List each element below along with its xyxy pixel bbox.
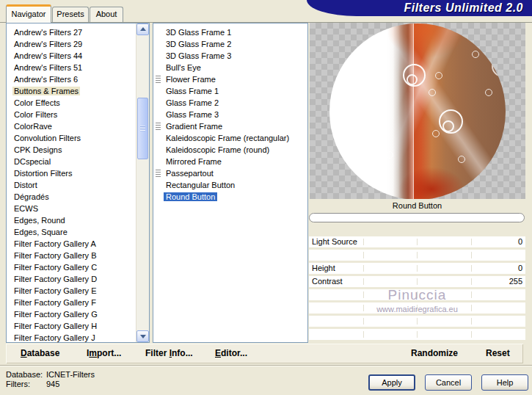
category-item[interactable]: Filter Factory Gallery F: [7, 297, 149, 308]
category-scrollbar[interactable]: [136, 23, 149, 342]
apply-button[interactable]: Apply: [368, 374, 415, 391]
notes-icon: [156, 170, 161, 177]
import-button[interactable]: Import...: [87, 344, 121, 363]
slider-height[interactable]: Height 0: [309, 263, 525, 274]
filter-item[interactable]: 3D Glass Frame 2: [153, 38, 307, 50]
category-item[interactable]: Color Filters: [7, 109, 149, 120]
cancel-button[interactable]: Cancel: [425, 374, 472, 391]
filters-count-label: Filters:: [6, 380, 30, 388]
filter-info-button[interactable]: Filter Info...: [145, 344, 193, 363]
filter-item[interactable]: Mirrored Frame: [153, 156, 307, 167]
category-item[interactable]: Filter Factory Gallery C: [7, 261, 149, 273]
tab-about[interactable]: About: [90, 7, 123, 22]
notes-icon: [156, 76, 161, 83]
divider: [0, 365, 532, 366]
category-item[interactable]: Filter Factory Gallery A: [7, 238, 149, 250]
scroll-down-icon: [140, 335, 146, 338]
filter-item[interactable]: Glass Frame 1: [153, 85, 307, 97]
category-item[interactable]: Color Effects: [7, 97, 149, 109]
category-list: Andrew's Filters 27 Andrew's Filters 29 …: [6, 23, 150, 343]
category-item[interactable]: ECWS: [7, 203, 149, 214]
slider-contrast[interactable]: Contrast 255: [309, 276, 525, 287]
round-button-preview-image: [329, 23, 506, 199]
category-item[interactable]: Filter Factory Gallery G: [7, 308, 149, 320]
category-item[interactable]: Andrew's Filters 27: [7, 26, 149, 38]
watermark-url: www.maidiregrafica.eu: [309, 305, 525, 314]
slider-empty-row[interactable]: [309, 250, 525, 261]
filter-list: 3D Glass Frame 1 3D Glass Frame 2 3D Gla…: [153, 23, 308, 343]
scroll-down-button[interactable]: [136, 330, 149, 342]
filter-item[interactable]: 3D Glass Frame 3: [153, 50, 307, 62]
notes-icon: [156, 123, 161, 130]
category-item[interactable]: Filter Factory Gallery D: [7, 273, 149, 285]
filter-item[interactable]: Bull's Eye: [153, 62, 307, 73]
category-item[interactable]: Distortion Filters: [7, 167, 149, 179]
filter-item[interactable]: Gradient Frame: [153, 120, 307, 132]
help-button[interactable]: Help: [481, 374, 528, 391]
filter-item[interactable]: Kaleidoscopic Frame (round): [153, 144, 307, 156]
category-item[interactable]: DCspecial: [7, 156, 149, 167]
category-item[interactable]: Andrew's Filters 6: [7, 73, 149, 85]
slider-empty-row[interactable]: [309, 329, 525, 340]
slider-light-source[interactable]: Light Source 0: [309, 236, 525, 247]
bubble-graphic: [386, 151, 393, 159]
filter-item[interactable]: 3D Glass Frame 1: [153, 26, 307, 38]
command-bar: Database Import... Filter Info... Editor…: [6, 344, 523, 363]
category-item[interactable]: Andrew's Filters 29: [7, 38, 149, 50]
database-button[interactable]: Database: [21, 344, 59, 363]
filter-item-selected[interactable]: Round Button: [153, 191, 307, 203]
database-status-value: ICNET-Filters: [46, 370, 95, 379]
bubble-graphic: [432, 130, 440, 137]
scrollbar-thumb[interactable]: [137, 98, 148, 159]
filter-item[interactable]: Rectangular Button: [153, 179, 307, 191]
tab-navigator[interactable]: Navigator: [6, 4, 51, 23]
bubble-graphic: [439, 109, 463, 134]
category-item[interactable]: Edges, Round: [7, 214, 149, 226]
filter-item[interactable]: Glass Frame 2: [153, 97, 307, 109]
filters-count-value: 945: [46, 380, 59, 388]
category-item[interactable]: Dégradés: [7, 191, 149, 203]
bubble-graphic: [472, 51, 479, 58]
database-status-label: Database:: [6, 370, 43, 379]
category-item[interactable]: Filter Factory Gallery J: [7, 332, 149, 343]
editor-button[interactable]: Editor...: [215, 344, 247, 363]
scroll-up-button[interactable]: [136, 23, 149, 35]
filter-preview: [310, 23, 525, 199]
slider-empty-row[interactable]: [309, 316, 525, 327]
scroll-up-icon: [140, 27, 146, 31]
bubble-graphic: [458, 156, 465, 163]
title-band: Filters Unlimited 2.0: [307, 0, 532, 16]
category-item[interactable]: Convolution Filters: [7, 132, 149, 144]
bubble-graphic: [485, 89, 492, 96]
filter-item[interactable]: Passepartout: [153, 167, 307, 179]
category-item[interactable]: Filter Factory Gallery H: [7, 320, 149, 332]
category-item[interactable]: Andrew's Filters 51: [7, 62, 149, 73]
category-item[interactable]: Andrew's Filters 44: [7, 50, 149, 62]
category-item[interactable]: CPK Designs: [7, 144, 149, 156]
glass-strip-graphic: [387, 23, 414, 199]
filter-item[interactable]: Flower Frame: [153, 73, 307, 85]
watermark-name: Pinuccia: [309, 287, 525, 303]
watermark: Pinuccia www.maidiregrafica.eu: [309, 287, 525, 314]
category-item[interactable]: Filter Factory Gallery E: [7, 285, 149, 297]
filter-item[interactable]: Glass Frame 3: [153, 109, 307, 120]
filter-item[interactable]: Kaleidoscopic Frame (rectangular): [153, 132, 307, 144]
category-item[interactable]: ColorRave: [7, 120, 149, 132]
category-item[interactable]: Filter Factory Gallery B: [7, 250, 149, 261]
category-item[interactable]: Distort: [7, 179, 149, 191]
category-item-selected[interactable]: Buttons & Frames: [7, 85, 149, 97]
bubble-graphic: [429, 89, 436, 96]
reset-button[interactable]: Reset: [486, 344, 510, 363]
filters-unlimited-window: Filters Unlimited 2.0 Navigator Presets …: [0, 0, 532, 395]
bubble-graphic: [403, 64, 426, 87]
randomize-button[interactable]: Randomize: [411, 344, 458, 363]
bubble-graphic: [492, 55, 506, 77]
category-item[interactable]: Edges, Square: [7, 226, 149, 238]
tab-presets[interactable]: Presets: [52, 7, 89, 22]
progress-bar: [309, 213, 525, 222]
bubble-graphic: [435, 72, 442, 79]
window-title: Filters Unlimited 2.0: [404, 1, 523, 15]
preview-caption: Round Button: [308, 200, 526, 212]
